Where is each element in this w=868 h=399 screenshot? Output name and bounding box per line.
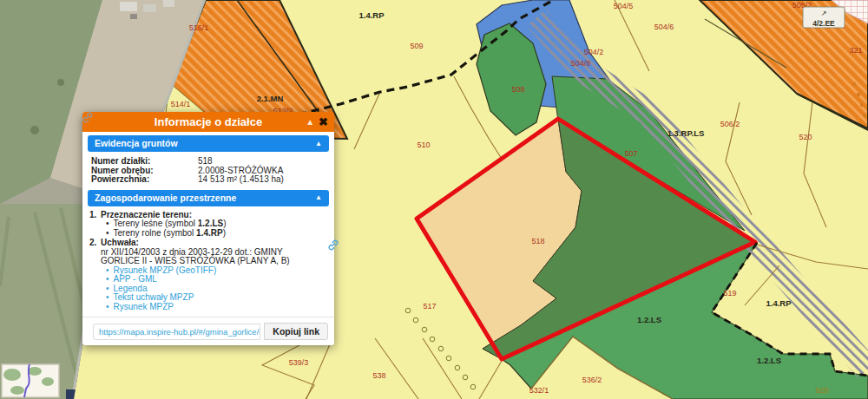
- land-use-bullet: Tereny rolne (symbol 1.4.RP): [106, 229, 327, 239]
- map-label: 1.4.RP: [766, 298, 792, 308]
- section-header-zagospodarowanie[interactable]: Zagospodarowanie przestrzenne ▲: [88, 190, 329, 206]
- map-label: 4/2.EE: [812, 19, 835, 28]
- map-label: 532/1: [529, 386, 549, 395]
- attribute-row: Numer działki: 518: [91, 157, 326, 167]
- map-label: 504/8: [571, 59, 591, 68]
- parcel-number-value: 518: [198, 157, 213, 167]
- chevron-up-icon: ▲: [315, 193, 322, 201]
- map-label: 517: [423, 302, 436, 311]
- chevron-up-icon: ▲: [315, 140, 322, 147]
- map-label: 519: [723, 289, 736, 298]
- map-label: 507: [624, 149, 637, 158]
- resolution-text: nr XII/104/2003 z dnia 2003-12-29 dot.: …: [101, 248, 327, 266]
- section-title: Ewidencja gruntów: [95, 138, 178, 148]
- map-viewport[interactable]: 1.4.RP509504/5504/6505/2321↗4/2.EE504/25…: [0, 0, 868, 399]
- overview-inset-map[interactable]: [2, 364, 59, 397]
- map-label: 2.1.MN: [257, 94, 284, 103]
- popup-title: Informacje o działce: [155, 115, 262, 128]
- close-icon[interactable]: ✖: [319, 116, 328, 128]
- map-label: 321: [849, 46, 862, 55]
- map-label: 510: [417, 141, 430, 149]
- area-value: 14 513 m² (1.4513 ha): [198, 175, 284, 185]
- map-label: 538: [372, 371, 385, 380]
- map-label: 514/1: [171, 100, 191, 108]
- parcel-info-popup: Informacje o działce ▲ ✖ Ewidencja grunt…: [82, 112, 334, 345]
- popup-header: Informacje o działce ▲ ✖: [82, 112, 334, 132]
- attribute-row: Powierzchnia: 14 513 m² (1.4513 ha): [91, 175, 326, 185]
- map-label: 504/5: [614, 2, 634, 10]
- popup-footer: https://mapa.inspire-hub.pl/#/gmina_gorl…: [82, 317, 334, 345]
- map-label: 536/2: [582, 376, 602, 384]
- map-label: 520: [799, 133, 812, 141]
- link-app-gml[interactable]: APP - GML: [106, 275, 327, 285]
- collapse-popup-icon[interactable]: ▲: [306, 118, 314, 127]
- list-item-uchwala: 2. Uchwała: nr XII/104/2003 z dnia 2003-…: [89, 239, 327, 312]
- map-label: 539/3: [289, 358, 309, 367]
- map-label: 509: [410, 42, 423, 50]
- map-label: 518: [531, 237, 544, 245]
- map-label: 504/6: [654, 23, 674, 31]
- map-label: 1.2.LS: [637, 315, 661, 324]
- map-label: 508: [511, 85, 524, 94]
- arrow-icon: ↗: [821, 10, 827, 17]
- map-label: 1.2.LS: [757, 356, 781, 365]
- item-heading: Przeznaczenie terenu:: [101, 210, 192, 219]
- zoning-details: 1. Przeznaczenie terenu: Tereny leśne (s…: [82, 209, 334, 313]
- map-label: 1.3.RP.LS: [667, 128, 705, 138]
- section-title: Zagospodarowanie przestrzenne: [95, 193, 236, 203]
- map-label: 506/2: [720, 120, 740, 128]
- share-url-text[interactable]: https://mapa.inspire-hub.pl/#/gmina_gorl…: [93, 324, 260, 340]
- link-rysunek-mpzp[interactable]: Rysunek MPZP: [106, 303, 327, 312]
- map-label: 525: [815, 386, 828, 395]
- list-item-przeznaczenie: 1. Przeznaczenie terenu: Tereny leśne (s…: [89, 211, 327, 239]
- map-label: 504/2: [584, 48, 604, 56]
- map-label: 516/1: [189, 23, 209, 32]
- map-label: 1.4.RP: [358, 10, 385, 20]
- item-heading: Uchwała:: [101, 238, 139, 247]
- copy-link-button[interactable]: Kopiuj link: [264, 323, 328, 340]
- link-tekst-uchwaly-mpzp[interactable]: Tekst uchwały MPZP: [106, 293, 327, 303]
- section-header-ewidencja[interactable]: Ewidencja gruntów ▲: [88, 135, 329, 152]
- parcel-attributes: Numer działki: 518 Numer obrębu: 2.0008-…: [82, 154, 334, 186]
